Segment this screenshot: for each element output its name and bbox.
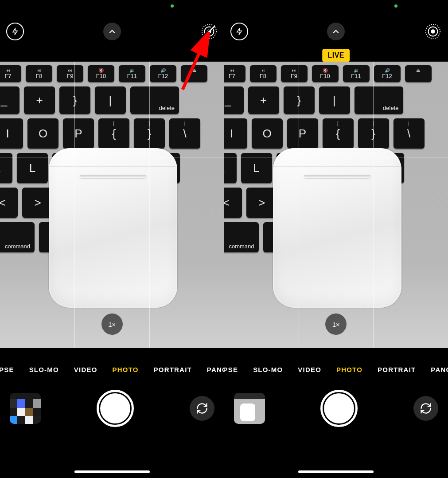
keyboard-key: + — [24, 86, 55, 114]
screenshot-separator — [224, 0, 224, 478]
keyboard-key: I — [224, 118, 247, 149]
grid-line — [74, 62, 75, 348]
shutter-button[interactable] — [320, 390, 358, 427]
shutter-button[interactable] — [97, 390, 134, 427]
mode-slomo[interactable]: SLO-MO — [29, 366, 59, 373]
flash-button[interactable] — [230, 23, 248, 40]
keyboard-key: ⏯F8 — [26, 65, 52, 82]
delete-key: delete — [355, 86, 403, 114]
live-badge: LIVE — [322, 49, 350, 62]
home-indicator[interactable] — [74, 470, 150, 473]
keyboard-key: 🔇F10 — [312, 65, 339, 82]
live-photo-toggle-on[interactable] — [424, 23, 442, 40]
keyboard-key: 🔊F12 — [150, 65, 176, 82]
keyboard-key: [{ — [98, 118, 129, 149]
zoom-button[interactable]: 1× — [101, 313, 123, 335]
grid-line — [373, 62, 374, 348]
keyboard-key: |\ — [393, 118, 425, 149]
mode-portrait[interactable]: PORTRAIT — [154, 366, 192, 373]
camera-bottom-bar — [0, 384, 224, 433]
keyboard-key: ⏮F7 — [224, 65, 245, 82]
camera-viewfinder[interactable]: ⏮F7 ⏯F8 ⏭F9 🔇F10 🔉F11 🔊F12 ⏏ _ + } | del… — [0, 62, 224, 348]
grid-line — [0, 157, 224, 157]
grid-line — [224, 253, 448, 253]
airpods-case-subject — [273, 148, 401, 308]
svg-line-3 — [203, 26, 215, 38]
mode-slomo[interactable]: SLO-MO — [253, 366, 283, 373]
keyboard-key: I — [0, 118, 23, 149]
keyboard-key: ⏏ — [405, 65, 432, 82]
keyboard-key: ⏯F8 — [250, 65, 277, 82]
mode-video[interactable]: VIDEO — [74, 366, 97, 373]
keyboard-key: 🔇F10 — [88, 65, 114, 82]
flip-camera-button[interactable] — [413, 396, 438, 421]
keyboard-key: ⏏ — [181, 65, 207, 82]
flash-button[interactable] — [6, 23, 24, 40]
keyboard-key: _ — [224, 86, 244, 114]
keyboard-key: 🔉F11 — [343, 65, 370, 82]
grid-line — [149, 62, 150, 348]
keyboard-key: O — [252, 118, 283, 149]
keyboard-key: ⏭F9 — [281, 65, 308, 82]
keyboard-key: + — [248, 86, 279, 114]
keyboard-key: P — [63, 118, 94, 149]
keyboard-key: 🔉F11 — [119, 65, 145, 82]
home-indicator[interactable] — [298, 470, 374, 473]
keyboard-key: P — [287, 118, 318, 149]
camera-mode-selector[interactable]: PSE SLO-MO VIDEO PHOTO PORTRAIT PANO — [0, 360, 224, 378]
mode-pano[interactable]: PANO — [431, 366, 448, 373]
grid-line — [224, 157, 448, 157]
camera-viewfinder[interactable]: ⏮F7 ⏯F8 ⏭F9 🔇F10 🔉F11 🔊F12 ⏏ _ + } | del… — [224, 62, 448, 348]
zoom-button[interactable]: 1× — [325, 313, 347, 335]
keyboard-key: [{ — [323, 118, 354, 149]
keyboard-key: 🔊F12 — [374, 65, 401, 82]
options-chevron-button[interactable] — [103, 23, 121, 40]
delete-key: delete — [130, 86, 179, 114]
camera-indicator-dot — [394, 4, 397, 8]
mode-photo[interactable]: PHOTO — [336, 366, 362, 373]
last-photo-thumbnail[interactable] — [10, 393, 41, 424]
command-key: command — [0, 222, 35, 252]
keyboard-key: | — [95, 86, 126, 114]
mode-timelapse[interactable]: PSE — [0, 366, 14, 373]
camera-mode-selector[interactable]: PSE SLO-MO VIDEO PHOTO PORTRAIT PANO — [224, 360, 448, 378]
keyboard-key: _ — [0, 86, 19, 114]
iphone-camera-screen-right: LIVE ⏮F7 ⏯F8 ⏭F9 🔇F10 🔉F11 🔊F12 ⏏ _ + } … — [224, 0, 448, 478]
keyboard-key: < — [0, 188, 18, 218]
keyboard-key: |\ — [169, 118, 200, 149]
keyboard-key: ⏭F9 — [57, 65, 83, 82]
svg-point-6 — [431, 29, 435, 34]
grid-line — [0, 253, 224, 253]
mode-video[interactable]: VIDEO — [298, 366, 321, 373]
iphone-camera-screen-left: ⏮F7 ⏯F8 ⏭F9 🔇F10 🔉F11 🔊F12 ⏏ _ + } | del… — [0, 0, 224, 478]
camera-top-bar — [0, 20, 224, 43]
camera-bottom-bar — [224, 384, 448, 433]
keyboard-key: < — [224, 188, 242, 218]
flip-camera-button[interactable] — [190, 396, 214, 421]
camera-top-bar — [224, 20, 448, 43]
grid-line — [299, 62, 299, 348]
command-key: command — [224, 222, 259, 252]
mode-pano[interactable]: PANO — [207, 366, 224, 373]
keyboard-key: | — [319, 86, 350, 114]
keyboard-key: ⏮F7 — [0, 65, 21, 82]
options-chevron-button[interactable] — [327, 23, 345, 40]
keyboard-key: O — [27, 118, 58, 149]
mode-portrait[interactable]: PORTRAIT — [378, 366, 416, 373]
mode-photo[interactable]: PHOTO — [113, 366, 139, 373]
last-photo-thumbnail[interactable] — [234, 393, 265, 424]
airpods-case-subject — [49, 148, 177, 308]
mode-timelapse[interactable]: PSE — [224, 366, 238, 373]
camera-indicator-dot — [171, 4, 174, 8]
live-photo-toggle-off[interactable] — [200, 23, 218, 40]
